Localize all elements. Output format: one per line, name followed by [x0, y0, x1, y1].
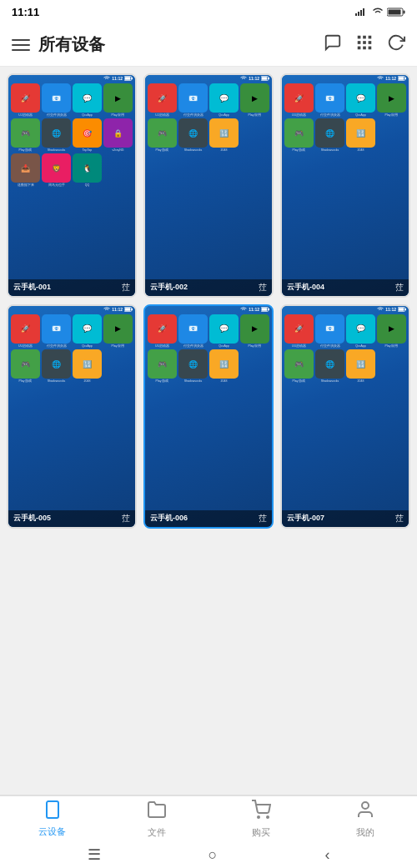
app-row-2: 🎮 Play 游戏 🌐 Shadowsocks 🎯 TapTap 🔒 v2ray…: [11, 118, 133, 152]
mini-wifi-icon: [240, 76, 247, 81]
svg-rect-30: [262, 308, 268, 311]
app-icon[interactable]: 🌐 Shadowsocks: [315, 118, 344, 152]
svg-rect-6: [389, 9, 401, 14]
device-card-006[interactable]: 11:12 🚀 UU启动器 📧 付交件演炎器 💬 QccApp ▶ Play 应…: [143, 304, 274, 529]
phone-menu-icon[interactable]: 茳: [259, 282, 267, 294]
svg-rect-3: [363, 8, 364, 16]
phone-menu-icon[interactable]: 茳: [122, 513, 130, 524]
app-icon[interactable]: ▶ Play 应用: [377, 314, 406, 348]
svg-point-36: [258, 816, 259, 818]
app-icon[interactable]: 🎮 Play 游戏: [148, 349, 177, 383]
app-icon[interactable]: 📧 付交件演炎器: [315, 83, 344, 117]
device-card-002[interactable]: 11:12 🚀 UJ启动器 📧 付交件演炎器 💬 QccApp ▶ Play 应…: [143, 73, 274, 298]
phone-menu-icon[interactable]: 茳: [122, 282, 130, 294]
app-icon[interactable]: 🚀 UU启动器: [284, 314, 314, 348]
app-icon[interactable]: 🐧 QQ: [73, 153, 102, 187]
device-card-007[interactable]: 11:12 🚀 UU启动器 📧 付交件演炎器 💬 QccApp ▶ Play 应…: [280, 304, 410, 529]
app-icon[interactable]: 🚀 UU启动器: [11, 314, 40, 348]
app-icon[interactable]: 🔢 2048: [73, 349, 102, 383]
mini-wifi-icon: [103, 76, 110, 81]
app-icon[interactable]: 📧 付交件演炎器: [42, 314, 71, 348]
top-nav: 所有设备: [0, 23, 417, 67]
app-icon[interactable]: 🔒 v2rayNG: [103, 118, 133, 152]
app-icon[interactable]: 📥 送数据下来: [11, 153, 40, 187]
app-icon[interactable]: 🌐 Shadowsocks: [42, 349, 71, 383]
app-row-2: 🎮 Play 游戏 🌐 Shadowsocks 🔢 2048: [284, 349, 406, 383]
tab-cloud-label: 云设备: [38, 825, 66, 838]
app-icon[interactable]: 🚀 UU启动器: [284, 83, 314, 117]
tab-profile[interactable]: 我的: [313, 796, 417, 841]
device-card-004[interactable]: 11:12 🚀 UU启动器 📧 付交件演炎器 💬 QccApp ▶ Play 应…: [280, 73, 410, 298]
app-icon[interactable]: ▶ Play 应用: [103, 314, 133, 348]
app-icon[interactable]: 💬 QccApp: [73, 314, 102, 348]
app-row-1: 🚀 UJ启动器 📧 付交件演炎器 💬 QccApp ▶ Play 应用: [11, 83, 133, 117]
svg-rect-9: [369, 36, 372, 39]
svg-rect-5: [404, 10, 405, 13]
app-icon[interactable]: ▶ Play 应用: [240, 314, 269, 348]
app-icon[interactable]: 🎯 TapTap: [73, 118, 102, 152]
gesture-back[interactable]: ‹: [324, 846, 329, 864]
app-icon[interactable]: ▶ Play 应用: [103, 83, 133, 117]
app-icon[interactable]: 🌐 Shadowsocks: [42, 118, 71, 152]
app-row-3: 📥 送数据下来 🦁 周马元也手 🐧 QQ: [11, 153, 133, 187]
phone-menu-icon[interactable]: 茳: [259, 513, 267, 524]
app-icon[interactable]: 💬 QccApp: [346, 314, 375, 348]
device-card-005[interactable]: 11:12 🚀 UU启动器 📧 付交件演炎器 💬 QccApp ▶ Play 应…: [7, 304, 137, 529]
app-row-2: 🎮 Play 游戏 🌐 Shadowsocks 🔢 2048: [284, 118, 406, 152]
app-icon[interactable]: 📧 付交件演炎器: [315, 314, 344, 348]
app-icon[interactable]: ▶ Play 应用: [240, 83, 269, 117]
tab-buy[interactable]: 购买: [208, 796, 313, 841]
app-icon[interactable]: 🔢 2048: [209, 118, 239, 152]
phone-menu-icon[interactable]: 茳: [395, 282, 404, 294]
svg-rect-14: [363, 47, 366, 50]
buy-tab-icon: [251, 800, 271, 825]
app-icon[interactable]: 💬 QccApp: [209, 314, 239, 348]
refresh-icon[interactable]: [387, 33, 405, 56]
app-icon[interactable]: 🚀 UJ启动器: [148, 83, 177, 117]
grid-icon[interactable]: [355, 33, 374, 56]
app-icon[interactable]: 🎮 Play 游戏: [11, 118, 40, 152]
app-icon[interactable]: 🚀 UJ启动器: [11, 83, 40, 117]
tab-cloud[interactable]: 云设备: [0, 796, 104, 841]
app-icon[interactable]: 💬 QccApp: [73, 83, 102, 117]
status-bar: 11:11: [0, 0, 417, 23]
device-grid-scroll[interactable]: 11:12 🚀 UJ启动器 📧 付交件演炎器 💬 QccApp ▶ Play 应…: [0, 67, 417, 795]
app-icon[interactable]: 🔢 2048: [346, 118, 375, 152]
cloud-tab-icon: [43, 800, 63, 824]
device-grid: 11:12 🚀 UJ启动器 📧 付交件演炎器 💬 QccApp ▶ Play 应…: [0, 67, 417, 529]
message-icon[interactable]: [324, 33, 342, 56]
app-icon[interactable]: 🎮 Play 游戏: [284, 118, 314, 152]
svg-rect-29: [269, 309, 269, 310]
tab-files[interactable]: 文件: [104, 796, 208, 841]
app-icon[interactable]: 🌐 Shadowsocks: [315, 349, 344, 383]
app-icon[interactable]: 🎮 Play 游戏: [148, 118, 177, 152]
page-title: 所有设备: [38, 33, 105, 56]
app-icon[interactable]: 🌐 Shadowsocks: [178, 118, 208, 152]
app-icon[interactable]: 💬 QccApp: [346, 83, 375, 117]
tab-files-label: 文件: [148, 826, 166, 839]
app-icon[interactable]: 📧 付交件演炎器: [42, 83, 71, 117]
gesture-menu[interactable]: ☰: [88, 845, 101, 864]
app-row-1: 🚀 UU启动器 📧 付交件演炎器 💬 QccApp ▶ Play 应用: [148, 314, 269, 348]
app-icon[interactable]: 🎮 Play 游戏: [11, 349, 40, 383]
svg-rect-23: [405, 78, 406, 79]
phone-menu-icon[interactable]: 茳: [395, 513, 404, 524]
app-icon[interactable]: 🔢 2048: [346, 349, 375, 383]
app-icon[interactable]: 🌐 Shadowsocks: [178, 349, 208, 383]
app-icon[interactable]: 🦁 周马元也手: [42, 153, 71, 187]
svg-rect-17: [132, 78, 133, 79]
app-icon[interactable]: 🚀 UU启动器: [148, 314, 177, 348]
app-icon[interactable]: 💬 QccApp: [209, 83, 239, 117]
app-row-1: 🚀 UU启动器 📧 付交件演炎器 💬 QccApp ▶ Play 应用: [284, 314, 406, 348]
gesture-home[interactable]: ○: [208, 846, 218, 864]
app-row-2: 🎮 Play 游戏 🌐 Shadowsocks 🔢 2048: [148, 118, 269, 152]
app-icon[interactable]: ▶ Play 应用: [377, 83, 406, 117]
app-icon[interactable]: 🎮 Play 游戏: [284, 349, 314, 383]
phone-label: 云手机-004 茳: [282, 279, 409, 296]
app-icon[interactable]: 🔢 2048: [209, 349, 239, 383]
device-card-001[interactable]: 11:12 🚀 UJ启动器 📧 付交件演炎器 💬 QccApp ▶ Play 应…: [7, 73, 137, 298]
app-icon[interactable]: 📧 付交件演炎器: [178, 314, 208, 348]
phone-name: 云手机-004: [287, 282, 324, 293]
menu-button[interactable]: [12, 39, 30, 51]
app-icon[interactable]: 📧 付交件演炎器: [178, 83, 208, 117]
